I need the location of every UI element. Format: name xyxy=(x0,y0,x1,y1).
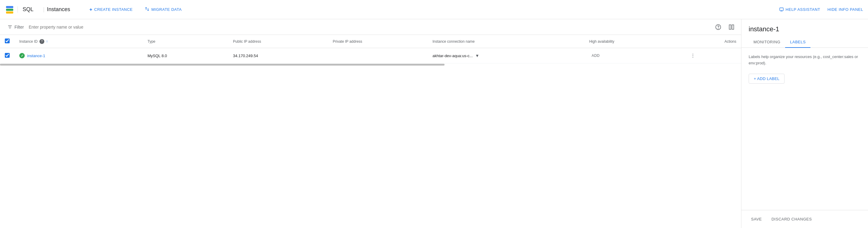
product-name: SQL xyxy=(18,6,33,13)
save-button[interactable]: SAVE xyxy=(749,215,764,223)
panel-tabs: MONITORING LABELS xyxy=(741,37,868,48)
sql-logo-icon xyxy=(5,5,14,14)
columns-icon xyxy=(728,24,735,30)
toolbar: Filter xyxy=(0,19,741,35)
discard-changes-button[interactable]: DISCARD CHANGES xyxy=(769,215,814,223)
page-title: Instances xyxy=(47,6,70,13)
instance-id-sort-icon[interactable]: ↑ xyxy=(46,39,48,44)
row-type-cell: MySQL 8.0 xyxy=(143,48,228,64)
hide-info-panel-button[interactable]: HIDE INFO PANEL xyxy=(827,7,863,12)
instance-id-header-label: Instance ID xyxy=(19,39,38,44)
instances-table: Instance ID ? ↑ Type Public IP address xyxy=(0,35,741,66)
migrate-icon xyxy=(145,7,150,12)
private-ip-header-label: Private IP address xyxy=(333,39,362,44)
row-type-value: MySQL 8.0 xyxy=(147,53,167,58)
help-assistant-button[interactable]: HELP ASSISTANT xyxy=(779,7,820,12)
create-instance-label: CREATE INSTANCE xyxy=(94,7,133,12)
right-panel: instance-1 MONITORING LABELS Labels help… xyxy=(741,19,868,228)
svg-rect-2 xyxy=(6,11,13,13)
main-layout: Filter xyxy=(0,19,868,228)
th-actions: Actions xyxy=(684,35,741,48)
columns-icon-button[interactable] xyxy=(727,22,736,32)
plus-icon: + xyxy=(90,7,93,12)
more-vert-icon xyxy=(690,53,695,59)
filter-button[interactable]: Filter xyxy=(5,23,26,31)
labels-description: Labels help organize your resources (e.g… xyxy=(749,54,861,67)
row-actions-cell xyxy=(684,48,741,64)
nav-divider: | xyxy=(43,6,44,13)
toolbar-right xyxy=(713,22,736,32)
scrollbar-row xyxy=(0,64,741,66)
filter-label: Filter xyxy=(14,25,24,30)
th-type: Type xyxy=(143,35,228,48)
migrate-data-button[interactable]: MIGRATE DATA xyxy=(140,4,187,15)
actions-header-label: Actions xyxy=(724,39,736,44)
instance-link[interactable]: instance-1 xyxy=(27,53,45,58)
type-header-label: Type xyxy=(147,39,155,44)
row-public-ip-value: 34.170.249.54 xyxy=(233,53,258,58)
row-high-avail-cell: ADD xyxy=(584,48,684,64)
nav-actions: + CREATE INSTANCE MIGRATE DATA xyxy=(85,4,187,15)
row-public-ip-cell: 34.170.249.54 xyxy=(228,48,328,64)
th-instance-id: Instance ID ? ↑ xyxy=(14,35,143,48)
row-conn-name-cell: akhtar-dev-aqua:us-c... ▼ xyxy=(428,48,584,64)
horizontal-scrollbar[interactable] xyxy=(0,64,444,66)
svg-rect-0 xyxy=(6,6,13,8)
panel-body: Labels help organize your resources (e.g… xyxy=(741,48,868,210)
th-private-ip: Private IP address xyxy=(328,35,428,48)
question-icon xyxy=(715,24,721,30)
row-private-ip-cell xyxy=(328,48,428,64)
help-assistant-label: HELP ASSISTANT xyxy=(786,7,820,12)
svg-point-13 xyxy=(692,57,693,58)
svg-rect-9 xyxy=(730,25,731,29)
migrate-data-label: MIGRATE DATA xyxy=(151,7,182,12)
tab-monitoring[interactable]: MONITORING xyxy=(749,37,785,48)
svg-rect-10 xyxy=(732,25,734,29)
hide-info-panel-label: HIDE INFO PANEL xyxy=(827,7,863,12)
help-assistant-icon xyxy=(779,7,784,12)
status-running-icon xyxy=(19,53,25,59)
row-select-cell[interactable] xyxy=(0,48,14,64)
svg-point-12 xyxy=(692,55,693,56)
high-avail-header-label: High availability xyxy=(589,39,614,44)
conn-name-expand-button[interactable]: ▼ xyxy=(475,53,480,59)
panel-title: instance-1 xyxy=(741,19,868,37)
th-public-ip: Public IP address xyxy=(228,35,328,48)
svg-rect-1 xyxy=(6,9,13,11)
th-select-all[interactable] xyxy=(0,35,14,48)
logo-area: SQL xyxy=(5,5,33,14)
row-checkbox[interactable] xyxy=(5,53,10,58)
instances-table-container: Instance ID ? ↑ Type Public IP address xyxy=(0,35,741,228)
svg-point-11 xyxy=(692,54,693,54)
row-more-actions-button[interactable] xyxy=(689,52,697,60)
row-conn-name-value: akhtar-dev-aqua:us-c... xyxy=(433,53,473,58)
filter-input[interactable] xyxy=(29,25,711,30)
select-all-checkbox[interactable] xyxy=(5,38,10,43)
conn-name-header-label: Instance connection name xyxy=(433,39,475,44)
nav-right: HELP ASSISTANT HIDE INFO PANEL xyxy=(779,7,863,12)
top-nav: SQL | Instances + CREATE INSTANCE MIGRAT… xyxy=(0,0,868,19)
svg-rect-3 xyxy=(780,8,783,10)
instance-id-help-icon[interactable]: ? xyxy=(39,39,44,44)
add-high-avail-button[interactable]: ADD xyxy=(589,52,602,59)
th-conn-name: Instance connection name xyxy=(428,35,584,48)
add-label-button[interactable]: + ADD LABEL xyxy=(749,74,784,84)
filter-icon xyxy=(7,24,13,30)
content-area: Filter xyxy=(0,19,741,228)
create-instance-button[interactable]: + CREATE INSTANCE xyxy=(85,4,138,15)
table-row: instance-1 MySQL 8.0 34.170.249.54 xyxy=(0,48,741,64)
svg-point-8 xyxy=(718,28,718,28)
table-header-row: Instance ID ? ↑ Type Public IP address xyxy=(0,35,741,48)
tab-labels[interactable]: LABELS xyxy=(785,37,810,48)
th-high-avail: High availability xyxy=(584,35,684,48)
help-icon-button[interactable] xyxy=(713,22,723,32)
public-ip-header-label: Public IP address xyxy=(233,39,261,44)
panel-footer: SAVE DISCARD CHANGES xyxy=(741,210,868,228)
row-instance-id-cell: instance-1 xyxy=(14,48,143,64)
